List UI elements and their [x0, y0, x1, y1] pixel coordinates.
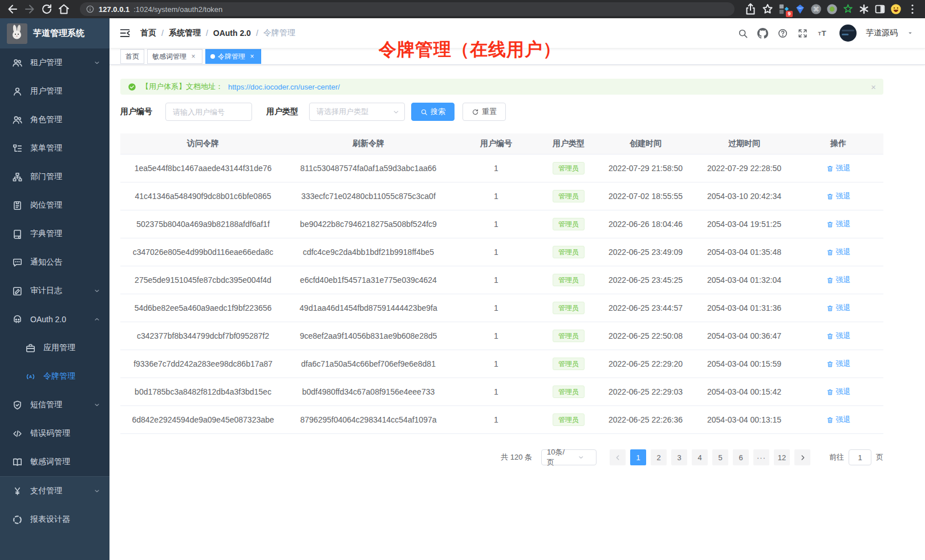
sidebar-item-user[interactable]: 用户管理 — [0, 77, 109, 105]
side-panel-icon[interactable] — [874, 3, 886, 15]
pager-more[interactable]: ··· — [753, 449, 769, 465]
fullscreen-icon[interactable] — [797, 28, 808, 39]
sidebar-item-notice[interactable]: 通知公告 — [0, 248, 109, 277]
force-logout-button[interactable]: 强退 — [826, 247, 851, 257]
sidebar-item-label: 字典管理 — [30, 229, 100, 239]
user-name[interactable]: 芋道源码 — [866, 28, 898, 38]
page-button-12[interactable]: 12 — [774, 449, 790, 465]
tab-令牌管理[interactable]: 令牌管理× — [205, 49, 261, 64]
sidebar-item-sensitive[interactable]: 敏感词管理 — [0, 448, 109, 476]
url-host: 127.0.0.1 — [99, 5, 129, 14]
back-icon[interactable] — [6, 2, 19, 16]
logo-row[interactable]: 芋道管理系统 — [0, 18, 109, 48]
sidebar-item-post[interactable]: 岗位管理 — [0, 191, 109, 220]
page-button-1[interactable]: 1 — [630, 449, 646, 465]
sidebar-item-oauth2-token[interactable]: A令牌管理 — [0, 362, 109, 391]
force-logout-button[interactable]: 强退 — [826, 331, 851, 341]
user-avatar[interactable] — [839, 25, 857, 42]
force-logout-button[interactable]: 强退 — [826, 219, 851, 229]
sidebar-item-oauth2-app[interactable]: 应用管理 — [0, 334, 109, 362]
sidebar-item-pay[interactable]: 支付管理 — [0, 477, 109, 505]
tab-首页[interactable]: 首页 — [120, 49, 144, 64]
goto-page-input[interactable] — [849, 449, 871, 465]
user-type-badge: 管理员 — [553, 358, 585, 370]
profile-avatar-icon[interactable] — [890, 3, 902, 15]
close-icon[interactable]: × — [248, 52, 256, 60]
cell-user-id: 1 — [451, 266, 541, 294]
force-logout-button[interactable]: 强退 — [826, 387, 851, 397]
browser-menu-icon[interactable] — [906, 2, 919, 16]
home-icon[interactable] — [57, 2, 71, 16]
tab-label: 敏感词管理 — [152, 52, 186, 62]
sidebar-fold-icon[interactable] — [119, 27, 131, 39]
close-icon[interactable]: × — [189, 52, 197, 60]
cell-expire-time: 2054-03-04 19:51:25 — [695, 210, 793, 238]
cell-actions: 强退 — [793, 238, 883, 266]
breadcrumb-item[interactable]: 系统管理 — [169, 28, 201, 38]
search-button[interactable]: 搜索 — [411, 103, 455, 121]
breadcrumb-separator: / — [161, 29, 164, 38]
bookmark-star-icon[interactable] — [761, 2, 774, 16]
trash-icon — [826, 416, 834, 424]
cell-refresh-token: 333ecfc71e02480cb11055c875c3ca0f — [286, 182, 451, 210]
reset-button[interactable]: 重置 — [462, 103, 506, 121]
force-logout-label: 强退 — [836, 387, 851, 397]
sidebar-item-oauth2[interactable]: OAuth 2.0 — [0, 305, 109, 334]
breadcrumb-item[interactable]: 首页 — [140, 28, 156, 38]
sidebar-item-report[interactable]: 报表设计器 — [0, 505, 109, 534]
table-row: c347026e805e4d99b0d116eae66eda8ccdfc4ce9… — [120, 238, 883, 266]
force-logout-button[interactable]: 强退 — [826, 415, 851, 425]
extension-asterisk-icon[interactable] — [858, 3, 870, 15]
cell-user-type: 管理员 — [541, 182, 596, 210]
force-logout-button[interactable]: 强退 — [826, 359, 851, 369]
sidebar-item-tenant[interactable]: 租户管理 — [0, 48, 109, 77]
badge-icon — [12, 200, 23, 211]
address-bar[interactable]: 127.0.0.1:1024/system/oauth2/token — [80, 2, 735, 16]
tab-敏感词管理[interactable]: 敏感词管理× — [147, 49, 202, 64]
extension-grid-icon[interactable]: 9 — [778, 3, 790, 15]
breadcrumb-item[interactable]: OAuth 2.0 — [213, 29, 251, 38]
sidebar-item-errcode[interactable]: 错误码管理 — [0, 419, 109, 448]
user-id-input[interactable] — [165, 103, 252, 121]
extension-recorder-icon[interactable] — [826, 3, 838, 15]
forward-icon[interactable] — [23, 2, 36, 16]
force-logout-button[interactable]: 强退 — [826, 191, 851, 201]
extension-star-icon[interactable] — [842, 3, 854, 15]
column-header: 操作 — [793, 133, 883, 154]
alert-close-icon[interactable]: × — [871, 82, 876, 92]
sidebar-item-audit[interactable]: 审计日志 — [0, 277, 109, 305]
force-logout-label: 强退 — [836, 219, 851, 229]
extension-gem-icon[interactable] — [794, 3, 806, 15]
reload-icon[interactable] — [40, 2, 54, 16]
sidebar-menu: 租户管理用户管理角色管理菜单管理部门管理岗位管理字典管理通知公告审计日志OAut… — [0, 48, 109, 476]
github-icon[interactable] — [757, 28, 768, 39]
sidebar-item-menu[interactable]: 菜单管理 — [0, 134, 109, 163]
share-icon[interactable] — [744, 2, 757, 16]
font-size-icon[interactable]: TT — [817, 28, 828, 39]
sidebar-item-sms[interactable]: 短信管理 — [0, 391, 109, 419]
user-type-select[interactable]: 请选择用户类型 — [309, 103, 405, 121]
help-icon[interactable] — [777, 28, 788, 39]
sidebar-item-dict[interactable]: 字典管理 — [0, 220, 109, 248]
alert-doc-link[interactable]: https://doc.iocoder.cn/user-center/ — [228, 83, 340, 91]
caret-down-icon[interactable] — [907, 30, 914, 36]
info-icon[interactable] — [86, 5, 95, 14]
prev-page-button[interactable] — [610, 449, 626, 465]
search-button-label: 搜索 — [431, 107, 445, 117]
page-button-4[interactable]: 4 — [692, 449, 708, 465]
sidebar-item-dept[interactable]: 部门管理 — [0, 163, 109, 191]
force-logout-button[interactable]: 强退 — [826, 163, 851, 173]
page-button-6[interactable]: 6 — [733, 449, 749, 465]
page-button-2[interactable]: 2 — [651, 449, 667, 465]
sidebar-item-label: 支付管理 — [30, 486, 94, 496]
extension-command-icon[interactable]: ⌘ — [810, 3, 822, 15]
force-logout-button[interactable]: 强退 — [826, 303, 851, 313]
force-logout-button[interactable]: 强退 — [826, 275, 851, 285]
page-button-5[interactable]: 5 — [712, 449, 728, 465]
sidebar-item-role[interactable]: 角色管理 — [0, 105, 109, 134]
page-button-3[interactable]: 3 — [671, 449, 687, 465]
trash-icon — [826, 360, 834, 368]
search-icon[interactable] — [737, 28, 748, 39]
next-page-button[interactable] — [794, 449, 810, 465]
page-size-select[interactable]: 10条/页 — [541, 449, 597, 465]
